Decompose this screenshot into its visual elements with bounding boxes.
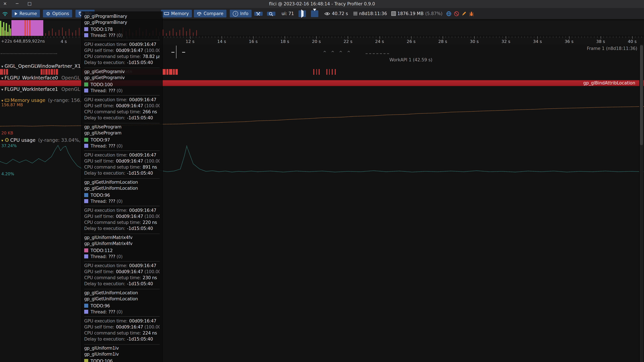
zone-color-swatch [84,193,88,197]
zone-function-name: gp_glUniformMatrix4fv [84,241,160,247]
axis-tick-label: 24 s [375,39,384,44]
tooltip-separator [84,95,160,95]
tooltip-stat-row: Delay to execution:-1d15:05:40 [84,170,160,176]
frame-dropdown-button[interactable] [311,10,318,17]
frame-histogram-bar [66,31,66,36]
gpu-zone-bar[interactable] [0,69,3,75]
gpu-zone-bar[interactable] [51,69,53,75]
next-frame-button[interactable] [299,10,306,17]
collapse-arrow-icon[interactable]: ▾ [1,138,3,143]
frame-histogram-bar [183,27,184,36]
memory-button[interactable]: Memory [161,10,192,17]
search-button[interactable] [267,11,275,15]
options-button[interactable]: ⚙ Options [43,10,72,17]
collapse-arrow-icon[interactable]: ▾ [1,87,3,92]
gpu-zone-bar[interactable] [332,69,333,75]
memory-plot-header[interactable]: ▾Memory usage(y-range: 156.85 MB [1,97,81,103]
frame-histogram-bar [69,29,70,36]
frame-histogram-bar [176,32,177,36]
tooltip-entry: gp_glGetProgramiv gp_glGetProgramiv TODO… [84,68,160,123]
frame-histogram-bar [10,28,11,36]
gpu-zone-bar[interactable] [40,69,42,75]
frame-histogram-bar [5,30,5,36]
tooltip-stat-row: Delay to execution:-1d15:05:40 [84,60,160,66]
frame-histogram-bar [24,20,26,36]
track-header-gigl[interactable]: ▾GIGL_OpenGLWindowPartner_X11Op [1,63,81,69]
collapse-arrow-icon[interactable]: ▾ [1,64,3,69]
gpu-zone-bar[interactable] [166,69,168,75]
tooltip-stat-row: GPU self time:00d09:16:47(100.00%) [84,324,160,330]
track-header-workinterface1[interactable]: ▾FLGPU_WorkInterface1OpenGL conte [1,86,81,92]
source-location-row: TODO:106 [84,358,160,362]
caret-down-icon [313,9,316,16]
thread-color-swatch [84,199,88,203]
axis-tick [474,36,474,39]
tooltip-stat-row: GPU self time:00d09:16:47(100.00%) [84,103,160,109]
cpu-plot-header[interactable]: ▾CPU usage(y-range: 33.04%, visible [1,137,81,143]
tools-button[interactable] [254,11,262,15]
eye-icon [324,11,330,15]
frame-histogram-bar [55,32,56,36]
frame-histogram-bar [6,23,7,36]
gpu-zone-bar[interactable] [6,69,8,75]
frame-histogram-bar [62,27,63,36]
gpu-zone-bar[interactable] [335,69,336,75]
axis-tick [222,36,222,39]
gpu-zone-bar[interactable] [326,69,327,75]
axis-tick-label: 32 s [502,39,510,44]
gpu-zone-bar[interactable] [329,69,330,75]
tooltip-stat-row: Delay to execution:-1d15:05:40 [84,115,160,121]
zone-color-swatch [84,359,88,362]
tooltip-entry: gp_glGetUniformLocation gp_glGetUniformL… [84,179,160,234]
source-location-row: TODO:96 [84,303,160,309]
grid-icon [391,11,396,16]
tools-icon [256,11,260,16]
gpu-zone-bar[interactable] [169,69,172,75]
frame-histogram-bar [186,31,187,36]
frame-histogram-bar [0,21,1,36]
frame-histogram-bar [8,32,8,36]
frame-histogram-bar [163,29,163,36]
axis-tick [316,36,317,39]
info-button[interactable]: i Info [230,10,252,17]
vertical-scrollbar[interactable] [639,44,643,362]
collapse-arrow-icon[interactable]: ▾ [1,98,3,103]
axis-tick [506,36,506,39]
gpu-zone-bar[interactable] [319,69,320,75]
gpu-zone-bar[interactable] [45,69,48,75]
frame-histogram-bar [190,29,190,36]
gpu-zone-bar[interactable] [43,69,44,75]
axis-tick-label: 38 s [596,39,605,44]
tooltip-stat-row: Delay to execution:-1d15:05:40 [84,281,160,287]
gpu-zone-bar[interactable] [313,69,314,75]
tooltip-stat-row: GPU self time:00d09:16:47(100.00%) [84,214,160,220]
source-location-row: TODO:178 [84,26,160,32]
compare-button[interactable]: Compare [194,10,226,17]
track-header-workinterface0[interactable]: ▾FLGPU_WorkInterface0OpenGL conte [1,75,81,81]
tooltip-stat-row: CPU command setup time:78.82 μs [84,54,160,60]
thread-row: Thread:???(0) [84,88,160,94]
source-location-row: TODO:97 [84,137,160,143]
thread-row: Thread:???(0) [84,143,160,149]
axis-tick [380,36,380,39]
memory-usage-value: 1876.19 MB [397,11,424,16]
gpu-zone-bar[interactable] [48,69,50,75]
resume-button[interactable]: Resume [12,10,40,17]
memory-plot-icon [4,98,9,102]
gpu-zone-bar[interactable] [54,69,55,75]
gpu-zone-bar[interactable] [4,69,5,75]
cpu-plot-icon [4,138,9,142]
gpu-zone-bar[interactable] [56,69,58,75]
gpu-zone-bar[interactable] [316,69,317,75]
gpu-zone-bar[interactable] [173,69,175,75]
gpu-zone-bar[interactable] [163,69,166,75]
collapse-arrow-icon[interactable]: ▾ [1,76,3,80]
connection-wifi-icon[interactable] [2,11,8,16]
thread-color-swatch [84,144,88,148]
zone-function-name: gp_glGetUniformLocation [84,185,160,191]
scrollbar-thumb[interactable] [640,45,643,145]
pencil-icon [462,11,466,16]
gpu-zone-bar[interactable] [176,69,178,75]
axis-tick [443,36,443,39]
zone-function-name: gp_glGetUniformLocation [84,296,160,302]
